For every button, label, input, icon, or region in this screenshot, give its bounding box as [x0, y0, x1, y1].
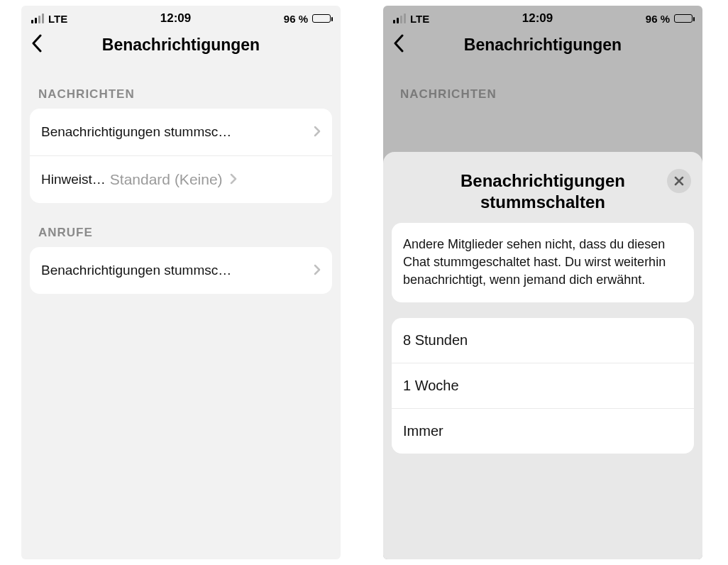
- battery-percent: 96 %: [284, 13, 308, 25]
- carrier-label: LTE: [48, 13, 67, 25]
- close-button[interactable]: [667, 169, 691, 193]
- option-1-week[interactable]: 1 Woche: [392, 363, 694, 409]
- row-label: Benachrichtigungen stummsc…: [41, 263, 307, 278]
- option-8-hours[interactable]: 8 Stunden: [392, 318, 694, 363]
- status-time: 12:09: [429, 11, 646, 26]
- row-label: Hinweist…: [41, 172, 106, 187]
- chevron-right-icon: [314, 123, 321, 141]
- battery-percent: 96 %: [646, 13, 670, 25]
- back-button[interactable]: [393, 34, 404, 56]
- row-label: Benachrichtigungen stummsc…: [41, 124, 307, 140]
- row-alert-tone[interactable]: Hinweist… Standard (Keine): [30, 156, 332, 203]
- status-time: 12:09: [67, 11, 284, 26]
- sheet-info-text: Andere Mitglieder sehen nicht, dass du d…: [392, 223, 694, 302]
- battery-icon: [674, 14, 693, 23]
- phone-1: LTE 12:09 96 % Benachrichtigungen NACHRI…: [21, 6, 341, 559]
- chevron-left-icon: [393, 34, 404, 53]
- chevron-right-icon: [230, 170, 237, 189]
- row-value: Standard (Keine): [110, 171, 223, 188]
- section-label-messages: NACHRICHTEN: [21, 65, 341, 109]
- status-bar: LTE 12:09 96 %: [21, 6, 341, 28]
- option-always[interactable]: Immer: [392, 409, 694, 454]
- mute-bottom-sheet: Benachrichtigungen stummschalten Andere …: [383, 152, 702, 559]
- status-bar: LTE 12:09 96 %: [383, 6, 702, 28]
- nav-header: Benachrichtigungen: [383, 28, 702, 65]
- messages-card: Benachrichtigungen stummsc… Hinweist… St…: [30, 109, 332, 203]
- mute-options-card: 8 Stunden 1 Woche Immer: [392, 318, 694, 454]
- signal-icon: [31, 13, 44, 23]
- page-title: Benachrichtigungen: [21, 35, 341, 55]
- page-title: Benachrichtigungen: [383, 35, 702, 55]
- row-mute-call-notifications[interactable]: Benachrichtigungen stummsc…: [30, 247, 332, 294]
- nav-header: Benachrichtigungen: [21, 28, 341, 65]
- chevron-right-icon: [314, 261, 321, 280]
- calls-card: Benachrichtigungen stummsc…: [30, 247, 332, 294]
- signal-icon: [393, 13, 406, 23]
- carrier-label: LTE: [410, 13, 429, 25]
- section-label-calls: ANRUFE: [21, 203, 341, 247]
- phone-2: LTE 12:09 96 % Benachrichtigungen NACHRI…: [383, 6, 702, 559]
- sheet-title: Benachrichtigungen stummschalten: [423, 170, 663, 213]
- close-icon: [674, 176, 684, 186]
- back-button[interactable]: [31, 34, 43, 56]
- row-mute-notifications[interactable]: Benachrichtigungen stummsc…: [30, 109, 332, 156]
- battery-icon: [312, 14, 331, 23]
- chevron-left-icon: [31, 34, 43, 53]
- section-label-messages: NACHRICHTEN: [383, 65, 702, 109]
